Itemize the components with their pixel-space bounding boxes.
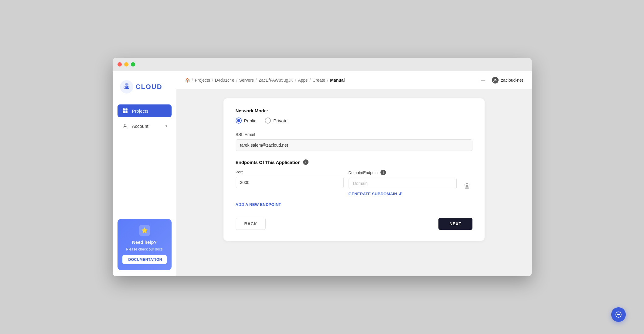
avatar xyxy=(492,77,499,84)
ssl-email-label: SSL Email xyxy=(236,132,472,137)
maximize-button[interactable] xyxy=(131,62,135,66)
account-icon xyxy=(122,123,128,129)
svg-rect-3 xyxy=(125,108,128,111)
mac-window: CLOUD Projects xyxy=(113,58,532,276)
svg-point-6 xyxy=(124,124,126,126)
sidebar-item-projects[interactable]: Projects xyxy=(118,104,172,117)
breadcrumb-apps[interactable]: Apps xyxy=(298,78,308,83)
form-card: Network Mode: Public Private SSL Email xyxy=(223,98,485,241)
ssl-email-input[interactable] xyxy=(236,139,472,151)
breadcrumb-server-id[interactable]: ZacEfFAW85ugJK xyxy=(259,78,293,83)
help-title: Need help? xyxy=(132,240,157,245)
breadcrumb-home-icon[interactable]: 🏠 xyxy=(185,78,190,83)
app-body: CLOUD Projects xyxy=(113,71,532,276)
domain-label-text: Domain/Endpoint xyxy=(349,170,379,175)
main-content: 🏠 / Projects / D4d01c4e / Servers / ZacE… xyxy=(176,71,532,276)
breadcrumb-create[interactable]: Create xyxy=(312,78,325,83)
help-card: ⭐ Need help? Please check our docs DOCUM… xyxy=(118,219,172,270)
user-name: zacloud-net xyxy=(501,78,523,83)
logo-text: CLOUD xyxy=(136,83,162,91)
radio-public-circle xyxy=(236,118,242,124)
close-button[interactable] xyxy=(118,62,122,66)
menu-icon[interactable]: ☰ xyxy=(480,77,486,84)
svg-point-11 xyxy=(619,314,620,315)
topbar: 🏠 / Projects / D4d01c4e / Servers / ZacE… xyxy=(176,71,532,89)
port-col: Port xyxy=(236,170,344,188)
network-mode-row: Public Private xyxy=(236,118,472,124)
endpoint-row: Port Domain/Endpoint i GENERATE SUBDOMAI… xyxy=(236,170,472,196)
add-endpoint-button[interactable]: ADD A NEW ENDPOINT xyxy=(236,202,472,207)
radio-public[interactable]: Public xyxy=(236,118,257,124)
svg-rect-2 xyxy=(123,108,125,111)
user-badge[interactable]: zacloud-net xyxy=(492,77,523,84)
radio-public-label: Public xyxy=(244,118,257,123)
port-input[interactable] xyxy=(236,177,344,188)
minimize-button[interactable] xyxy=(124,62,128,66)
svg-point-1 xyxy=(125,83,128,86)
svg-point-7 xyxy=(495,79,496,80)
radio-private-label: Private xyxy=(273,118,288,123)
endpoints-section: Endpoints Of This Application i Port Dom… xyxy=(236,159,472,207)
page-area: Network Mode: Public Private SSL Email xyxy=(176,89,532,276)
next-button[interactable]: NEXT xyxy=(438,218,472,230)
projects-icon xyxy=(122,107,128,114)
domain-input[interactable] xyxy=(349,178,457,189)
svg-point-10 xyxy=(618,314,619,315)
breadcrumb-manual: Manual xyxy=(330,78,345,83)
help-subtitle: Please check our docs xyxy=(126,247,163,251)
domain-info-icon[interactable]: i xyxy=(380,170,386,175)
svg-point-9 xyxy=(617,314,618,315)
help-star-icon: ⭐ xyxy=(139,225,150,236)
sidebar-item-account[interactable]: Account ▾ xyxy=(118,120,172,132)
sidebar: CLOUD Projects xyxy=(113,71,176,276)
titlebar xyxy=(113,58,532,71)
delete-endpoint-button[interactable] xyxy=(462,180,472,191)
account-arrow: ▾ xyxy=(165,124,167,128)
svg-rect-4 xyxy=(123,111,125,113)
port-label: Port xyxy=(236,170,344,174)
domain-col: Domain/Endpoint i GENERATE SUBDOMAIN ↺ xyxy=(349,170,457,196)
svg-rect-5 xyxy=(125,111,128,113)
domain-label: Domain/Endpoint i xyxy=(349,170,457,175)
network-mode-label: Network Mode: xyxy=(236,108,472,113)
logo-icon xyxy=(120,80,133,94)
account-label: Account xyxy=(132,124,148,129)
breadcrumb-servers[interactable]: Servers xyxy=(239,78,254,83)
form-actions: BACK NEXT xyxy=(236,218,472,230)
radio-private[interactable]: Private xyxy=(265,118,288,124)
back-button[interactable]: BACK xyxy=(236,218,266,230)
logo-area: CLOUD xyxy=(118,80,172,94)
chat-fab-button[interactable] xyxy=(611,307,626,322)
generate-subdomain-button[interactable]: GENERATE SUBDOMAIN ↺ xyxy=(349,192,457,196)
breadcrumb-d4d01c4e[interactable]: D4d01c4e xyxy=(215,78,234,83)
topbar-right: ☰ zacloud-net xyxy=(480,77,523,84)
projects-label: Projects xyxy=(132,108,148,114)
breadcrumb-projects[interactable]: Projects xyxy=(195,78,210,83)
radio-private-circle xyxy=(265,118,271,124)
window-controls xyxy=(118,62,135,66)
endpoints-info-icon[interactable]: i xyxy=(303,159,308,165)
breadcrumb: 🏠 / Projects / D4d01c4e / Servers / ZacE… xyxy=(185,78,345,83)
documentation-button[interactable]: DOCUMENTATION xyxy=(122,255,167,264)
endpoints-title: Endpoints Of This Application xyxy=(236,160,301,165)
endpoints-title-row: Endpoints Of This Application i xyxy=(236,159,472,165)
